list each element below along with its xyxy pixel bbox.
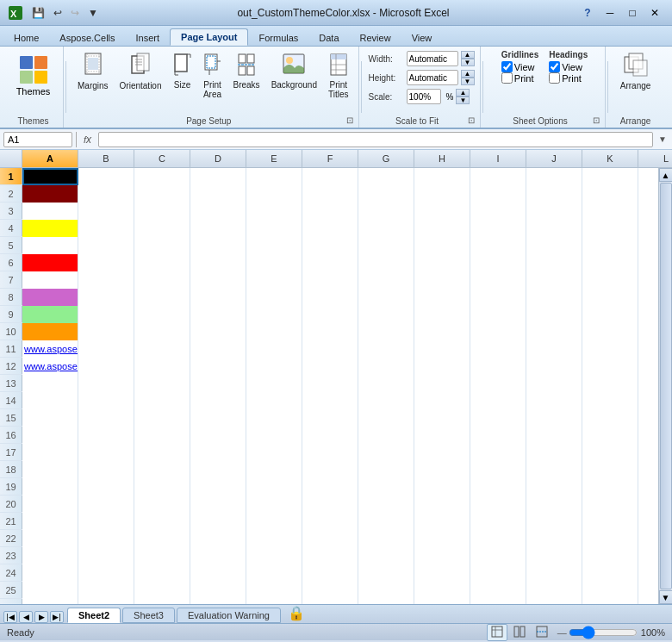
cell-D4[interactable] <box>190 220 246 237</box>
row-num-22[interactable]: 22 <box>0 530 22 546</box>
cell-E7[interactable] <box>246 271 302 289</box>
cell-C11[interactable] <box>134 340 190 358</box>
cell-G1[interactable] <box>358 168 414 185</box>
cell-J4[interactable] <box>526 220 582 237</box>
sheet-next-button[interactable]: ▶ <box>34 611 48 623</box>
normal-view-button[interactable] <box>487 624 507 641</box>
sheet-last-button[interactable]: ▶| <box>50 611 64 623</box>
scale-input[interactable] <box>407 89 441 104</box>
cell-C7[interactable] <box>134 271 190 289</box>
cell-A11[interactable]: www.aspose.com <box>22 340 78 358</box>
cell-I8[interactable] <box>470 289 526 306</box>
minimize-button[interactable]: ─ <box>600 4 620 22</box>
tab-page-layout[interactable]: Page Layout <box>170 28 248 46</box>
cell-A6[interactable] <box>22 254 78 271</box>
cell-B10[interactable] <box>78 323 134 340</box>
background-button[interactable]: Background <box>267 50 321 92</box>
cell-D8[interactable] <box>190 289 246 306</box>
cell-L7[interactable] <box>638 271 658 289</box>
cell-B8[interactable] <box>78 289 134 306</box>
print-area-button[interactable]: Print Area <box>199 50 227 102</box>
height-input[interactable] <box>407 70 458 85</box>
col-header-J[interactable]: J <box>526 150 582 167</box>
cell-H5[interactable] <box>414 237 470 254</box>
cell-G4[interactable] <box>358 220 414 237</box>
cell-H2[interactable] <box>414 185 470 203</box>
cell-H1[interactable] <box>414 168 470 185</box>
cell-A2[interactable] <box>22 185 78 203</box>
headings-print-checkbox[interactable] <box>549 72 560 84</box>
margins-button[interactable]: Margins <box>73 50 113 93</box>
row-num-4[interactable]: 4 <box>0 220 22 236</box>
cell-H10[interactable] <box>414 323 470 340</box>
zoom-slider[interactable] <box>569 626 638 639</box>
v-scroll-down[interactable]: ▼ <box>659 590 673 604</box>
cell-J11[interactable] <box>526 340 582 358</box>
cell-G5[interactable] <box>358 237 414 254</box>
cell-J5[interactable] <box>526 237 582 254</box>
cell-L9[interactable] <box>638 306 658 323</box>
cell-E10[interactable] <box>246 323 302 340</box>
cell-I11[interactable] <box>470 340 526 358</box>
cell-H6[interactable] <box>414 254 470 271</box>
cell-J12[interactable] <box>526 358 582 375</box>
cell-B6[interactable] <box>78 254 134 271</box>
tab-aspose[interactable]: Aspose.Cells <box>49 30 125 46</box>
cell-K9[interactable] <box>582 306 638 323</box>
row-num-10[interactable]: 10 <box>0 323 22 340</box>
row-num-17[interactable]: 17 <box>0 444 22 460</box>
row-num-26[interactable]: 26 <box>0 599 22 604</box>
cell-I12[interactable] <box>470 358 526 375</box>
cell-E6[interactable] <box>246 254 302 271</box>
height-spinner[interactable]: ▲ ▼ <box>461 70 475 85</box>
cell-F1[interactable] <box>302 168 358 185</box>
cell-G2[interactable] <box>358 185 414 203</box>
col-header-I[interactable]: I <box>470 150 526 167</box>
cell-K6[interactable] <box>582 254 638 271</box>
cell-A5[interactable] <box>22 237 78 254</box>
cell-K2[interactable] <box>582 185 638 203</box>
cell-C4[interactable] <box>134 220 190 237</box>
gridlines-view-checkbox[interactable] <box>501 61 513 72</box>
cell-K4[interactable] <box>582 220 638 237</box>
cell-G11[interactable] <box>358 340 414 358</box>
save-button[interactable]: 💾 <box>29 5 47 21</box>
cell-E8[interactable] <box>246 289 302 306</box>
cell-E4[interactable] <box>246 220 302 237</box>
page-setup-expand[interactable]: ⊡ <box>346 115 353 125</box>
maximize-button[interactable]: □ <box>622 4 643 22</box>
cell-B1[interactable] <box>78 168 134 185</box>
cell-I2[interactable] <box>470 185 526 203</box>
name-box[interactable] <box>3 132 72 147</box>
cell-K10[interactable] <box>582 323 638 340</box>
row-num-1[interactable]: 1 <box>0 168 22 184</box>
cell-I4[interactable] <box>470 220 526 237</box>
cell-B11[interactable] <box>78 340 134 358</box>
arrange-button[interactable]: Arrange <box>616 50 656 93</box>
cell-K7[interactable] <box>582 271 638 289</box>
width-up[interactable]: ▲ <box>461 51 475 59</box>
cell-F2[interactable] <box>302 185 358 203</box>
cell-D5[interactable] <box>190 237 246 254</box>
themes-button[interactable]: Themes <box>10 50 57 100</box>
cell-H3[interactable] <box>414 203 470 220</box>
gridlines-print-checkbox[interactable] <box>501 72 513 84</box>
col-header-H[interactable]: H <box>414 150 470 167</box>
cell-B4[interactable] <box>78 220 134 237</box>
cell-E9[interactable] <box>246 306 302 323</box>
col-header-B[interactable]: B <box>78 150 134 167</box>
col-header-G[interactable]: G <box>358 150 414 167</box>
scale-down[interactable]: ▼ <box>456 97 470 104</box>
row-num-8[interactable]: 8 <box>0 289 22 305</box>
cell-G9[interactable] <box>358 306 414 323</box>
cell-C1[interactable] <box>134 168 190 185</box>
sheet-prev-button[interactable]: ◀ <box>19 611 33 623</box>
cell-K5[interactable] <box>582 237 638 254</box>
cell-L11[interactable] <box>638 340 658 358</box>
row-num-7[interactable]: 7 <box>0 271 22 288</box>
cell-L3[interactable] <box>638 203 658 220</box>
cell-L4[interactable] <box>638 220 658 237</box>
cell-I6[interactable] <box>470 254 526 271</box>
col-header-L[interactable]: L <box>638 150 672 167</box>
cell-I3[interactable] <box>470 203 526 220</box>
